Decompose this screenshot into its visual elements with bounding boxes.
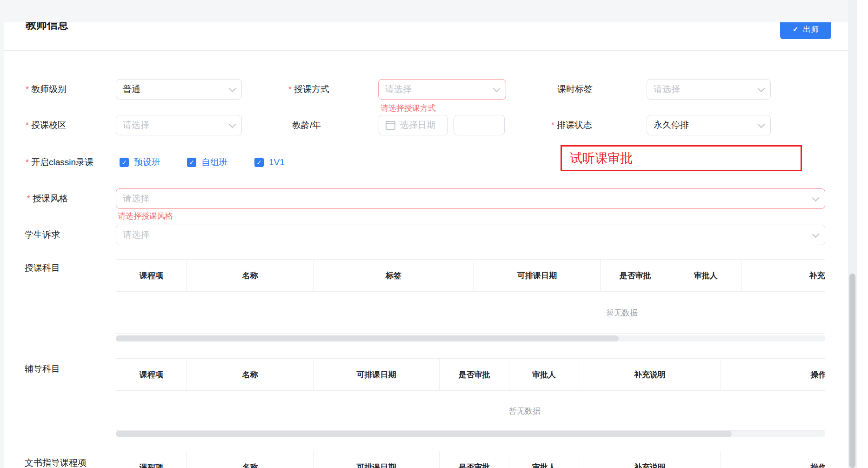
required-asterisk: * [288, 85, 292, 94]
column-header: 审批人 [509, 451, 579, 468]
column-header: 补充说明 [579, 359, 721, 390]
column-header: 是否审批 [440, 451, 509, 468]
vertical-scrollbar-thumb[interactable] [849, 274, 855, 468]
chevron-down-icon [229, 120, 236, 128]
teaching-mode-placeholder: 请选择 [385, 83, 412, 95]
teacher-level-value: 普通 [123, 83, 140, 95]
column-header: 是否审批 [601, 260, 670, 291]
schedule-status-value: 永久停排 [654, 119, 689, 131]
required-asterisk: * [26, 85, 29, 94]
teacher-level-select[interactable]: 普通 [116, 79, 242, 100]
teacher-info-page: 教师信息 ✓ 出师 *教师级别 普通 *授课方式 请选择 请选择授课方式 课时标… [0, 0, 868, 468]
checkbox-label: 预设班 [134, 156, 160, 168]
table-body: 暂无数据 [116, 292, 825, 334]
graduate-teacher-button-label: 出师 [803, 24, 819, 35]
teaching-mode-select[interactable]: 请选择 [378, 79, 506, 100]
column-header: 名称 [187, 451, 314, 468]
table-header-row: 课程项 名称 可排课日期 是否审批 审批人 补充说明 操作 [116, 451, 825, 468]
required-asterisk: * [26, 120, 29, 130]
column-header: 课程项 [116, 359, 187, 390]
column-header: 审批人 [670, 260, 741, 291]
hour-tag-placeholder: 请选择 [654, 83, 680, 95]
column-header: 名称 [187, 260, 314, 291]
chevron-down-icon [229, 85, 236, 92]
card-header: 教师信息 ✓ 出师 [4, 22, 848, 47]
campus-select[interactable]: 请选择 [116, 115, 242, 135]
teaching-age-date-input[interactable]: 选择日期 [379, 115, 448, 135]
campus-label: *授课校区 [26, 115, 67, 135]
chevron-down-icon [812, 230, 820, 238]
column-header: 操作 [721, 359, 825, 390]
tutoring-subjects-label: 辅导科目 [25, 363, 60, 375]
tutoring-subjects-table: 课程项 名称 可排课日期 是否审批 审批人 补充说明 操作 暂无数据 [116, 358, 825, 431]
checkbox-checked-icon: ✓ [187, 158, 196, 167]
table-header-row: 课程项 名称 可排课日期 是否审批 审批人 补充说明 操作 [116, 358, 825, 391]
column-header: 课程项 [116, 260, 187, 291]
column-header: 操作 [721, 451, 825, 468]
teaching-mode-error: 请选择授课方式 [381, 103, 436, 114]
student-demand-label: 学生诉求 [25, 225, 60, 245]
chevron-down-icon [812, 194, 820, 201]
teaching-age-label: 教龄/年 [292, 115, 321, 135]
checkbox-label: 自组班 [201, 156, 228, 168]
empty-placeholder: 暂无数据 [606, 307, 638, 318]
horizontal-scrollbar[interactable] [116, 335, 825, 341]
classin-record-label: *开启classin录课 [26, 157, 93, 168]
hour-tag-label: 课时标签 [557, 79, 593, 100]
column-header: 补充说明 [741, 260, 825, 291]
schedule-status-select[interactable]: 永久停排 [647, 115, 771, 135]
checkbox-self-class[interactable]: ✓ 自组班 [187, 157, 228, 168]
writing-guidance-label: 文书指导课程项 [25, 457, 87, 468]
horizontal-scrollbar[interactable] [116, 431, 825, 437]
scrollbar-thumb[interactable] [116, 335, 619, 341]
calendar-icon [386, 121, 395, 130]
graduate-teacher-button[interactable]: ✓ 出师 [780, 22, 831, 39]
teaching-subjects-label: 授课科目 [25, 262, 60, 274]
audition-approval-annotation: 试听课审批 [561, 145, 802, 171]
required-asterisk: * [551, 120, 554, 130]
teaching-style-select[interactable]: 请选择 [116, 188, 825, 209]
teaching-mode-label: *授课方式 [288, 79, 329, 100]
required-asterisk: * [27, 194, 30, 203]
column-header: 审批人 [509, 359, 579, 390]
checkbox-checked-icon: ✓ [120, 158, 129, 167]
page-title: 教师信息 [26, 22, 68, 32]
column-header: 可排课日期 [474, 260, 601, 291]
check-icon: ✓ [793, 25, 799, 33]
teaching-age-value-input[interactable] [454, 115, 505, 135]
chevron-down-icon [493, 85, 501, 92]
checkbox-label: 1V1 [269, 157, 285, 167]
checkbox-preset-class[interactable]: ✓ 预设班 [120, 157, 160, 168]
teaching-style-placeholder: 请选择 [123, 193, 149, 205]
column-header: 可排课日期 [314, 451, 440, 468]
student-demand-select[interactable]: 请选择 [116, 225, 825, 245]
scrollbar-thumb[interactable] [116, 431, 732, 437]
column-header: 标签 [314, 260, 474, 291]
chevron-down-icon [758, 120, 765, 128]
column-header: 补充说明 [579, 451, 721, 468]
required-asterisk: * [26, 158, 29, 167]
column-header: 可排课日期 [314, 359, 440, 390]
table-body: 暂无数据 [116, 391, 825, 431]
schedule-status-label: *排课状态 [551, 115, 592, 135]
table-header-row: 课程项 名称 标签 可排课日期 是否审批 审批人 补充说明 [116, 259, 825, 292]
chevron-down-icon [758, 85, 765, 92]
checkbox-checked-icon: ✓ [254, 158, 264, 167]
teaching-age-date-placeholder: 选择日期 [400, 119, 435, 131]
teaching-style-label: *授课风格 [27, 188, 68, 209]
column-header: 课程项 [116, 451, 187, 468]
teaching-subjects-table: 课程项 名称 标签 可排课日期 是否审批 审批人 补充说明 暂无数据 [116, 259, 825, 334]
hour-tag-select[interactable]: 请选择 [647, 79, 771, 100]
writing-guidance-table: 课程项 名称 可排课日期 是否审批 审批人 补充说明 操作 [116, 451, 825, 468]
campus-placeholder: 请选择 [123, 119, 149, 131]
right-gutter [857, 0, 868, 468]
teacher-level-label: *教师级别 [26, 79, 67, 100]
empty-placeholder: 暂无数据 [509, 405, 541, 416]
column-header: 是否审批 [440, 359, 509, 390]
header-divider [4, 50, 848, 51]
student-demand-placeholder: 请选择 [123, 229, 149, 241]
checkbox-1v1[interactable]: ✓ 1V1 [254, 157, 285, 168]
column-header: 名称 [187, 359, 314, 390]
teaching-style-error: 请选择授课风格 [118, 211, 173, 221]
